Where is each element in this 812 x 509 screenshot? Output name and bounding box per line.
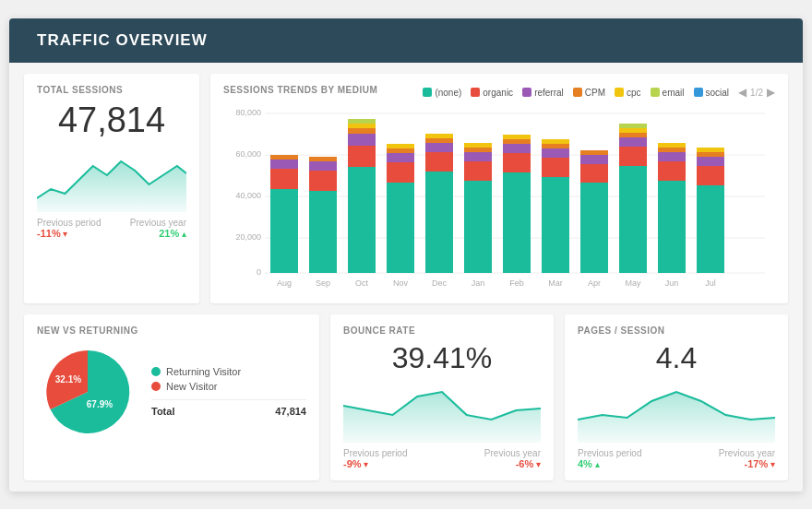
svg-rect-75 <box>697 185 724 273</box>
svg-rect-24 <box>348 124 376 128</box>
svg-rect-72 <box>658 148 686 152</box>
pages-prev-row: Previous period 4% ▴ Previous year -17% … <box>578 448 775 469</box>
svg-rect-42 <box>464 148 492 152</box>
svg-rect-70 <box>658 161 686 181</box>
legend-none-label: (none) <box>435 88 461 98</box>
svg-rect-63 <box>619 147 647 166</box>
prev-period-row: Previous period -11% ▾ Previous year 21%… <box>37 218 186 239</box>
svg-rect-18 <box>309 157 337 161</box>
svg-rect-53 <box>542 148 569 158</box>
prev-page-btn[interactable]: ◀ <box>738 86 746 99</box>
bounce-prev-period-change: -9% <box>343 458 362 469</box>
svg-rect-41 <box>464 152 492 161</box>
nvr-content: 67.9% 32.1% Returning Visitor New Visito… <box>37 341 306 443</box>
legend-cpc: cpc <box>615 88 641 98</box>
pages-prev-period-label: Previous period <box>578 448 641 458</box>
svg-rect-15 <box>309 191 337 273</box>
svg-rect-45 <box>503 172 531 273</box>
nvr-total-value: 47,814 <box>275 406 306 417</box>
svg-rect-16 <box>309 171 337 191</box>
stacked-bar-chart: 80,000 60,000 40,000 20,000 0 <box>223 104 775 289</box>
legend-cpc-dot <box>615 88 624 97</box>
legend-cpm-label: CPM <box>585 88 605 98</box>
pages-prev-period-change: 4% <box>578 458 592 469</box>
total-sessions-panel: TOTAL SESSIONS 47,814 <box>24 74 199 303</box>
svg-rect-23 <box>348 128 376 134</box>
svg-rect-31 <box>387 144 414 148</box>
bounce-rate-chart <box>343 383 541 443</box>
svg-rect-58 <box>580 164 608 183</box>
bounce-rate-value: 39.41% <box>343 341 541 375</box>
sessions-trends-title: SESSIONS TRENDS BY MEDIUM <box>223 85 377 95</box>
prev-period-arrow: ▾ <box>63 229 67 239</box>
pages-prev-year-arrow: ▾ <box>770 459 775 469</box>
legend-none-dot <box>423 88 432 97</box>
legend-referral-dot <box>522 88 531 97</box>
legend-referral-label: referral <box>534 88 564 98</box>
svg-rect-59 <box>580 155 608 164</box>
svg-text:Oct: Oct <box>355 278 369 288</box>
pages-session-title: PAGES / SESSION <box>578 326 775 336</box>
trend-header: SESSIONS TRENDS BY MEDIUM (none) organic <box>223 85 775 101</box>
svg-text:Dec: Dec <box>432 278 448 288</box>
sessions-trends-panel: SESSIONS TRENDS BY MEDIUM (none) organic <box>210 74 788 303</box>
svg-rect-67 <box>619 124 647 128</box>
svg-text:Apr: Apr <box>588 278 601 288</box>
legend-email-dot <box>651 88 660 97</box>
pages-prev-year-label: Previous year <box>719 448 775 458</box>
svg-text:67.9%: 67.9% <box>87 399 113 409</box>
next-page-btn[interactable]: ▶ <box>767 86 775 99</box>
svg-text:60,000: 60,000 <box>235 149 261 159</box>
svg-rect-35 <box>425 143 453 152</box>
svg-text:40,000: 40,000 <box>235 191 261 200</box>
svg-text:32.1%: 32.1% <box>55 374 81 385</box>
svg-rect-78 <box>697 152 724 157</box>
legend-referral: referral <box>522 88 564 98</box>
svg-rect-13 <box>270 155 298 160</box>
bounce-prev-period: Previous period -9% ▾ <box>343 448 407 469</box>
legend-organic: organic <box>471 88 513 98</box>
svg-rect-57 <box>580 183 608 273</box>
svg-text:Jun: Jun <box>665 278 679 288</box>
bounce-prev-period-label: Previous period <box>343 448 407 458</box>
prev-period-change: -11% <box>37 228 61 239</box>
bounce-prev-year: Previous year -6% ▾ <box>484 448 541 469</box>
legend-social-label: social <box>706 88 730 98</box>
pages-prev-period-arrow: ▴ <box>595 459 600 469</box>
prev-period-col: Previous period -11% ▾ <box>37 218 101 239</box>
svg-rect-39 <box>464 181 492 273</box>
svg-rect-48 <box>503 139 531 144</box>
svg-rect-79 <box>697 148 724 152</box>
legend-email-label: email <box>663 88 685 98</box>
svg-text:Jan: Jan <box>472 278 485 288</box>
pages-prev-year: Previous year -17% ▾ <box>719 448 775 469</box>
svg-text:Jul: Jul <box>705 278 716 288</box>
bounce-prev-year-change: -6% <box>516 458 534 469</box>
svg-rect-73 <box>658 143 686 148</box>
svg-rect-11 <box>270 169 298 189</box>
legend-social: social <box>694 88 730 98</box>
svg-text:Feb: Feb <box>509 278 524 288</box>
svg-rect-71 <box>658 152 686 161</box>
prev-period-label: Previous period <box>37 218 101 228</box>
nvr-total-label: Total <box>151 406 174 417</box>
bounce-prev-row: Previous period -9% ▾ Previous year -6% … <box>343 448 541 469</box>
svg-rect-65 <box>619 133 647 137</box>
nvr-legend: Returning Visitor New Visitor Total 47,8… <box>151 366 306 417</box>
nvr-new-dot <box>151 382 161 391</box>
svg-text:Nov: Nov <box>393 278 409 288</box>
svg-rect-60 <box>580 150 608 155</box>
nvr-returning-dot <box>151 367 161 376</box>
nvr-title: NEW VS RETURNING <box>37 326 306 336</box>
svg-text:Sep: Sep <box>316 278 330 288</box>
page-nav: ◀ 1/2 ▶ <box>738 86 775 99</box>
svg-rect-54 <box>542 144 569 148</box>
svg-rect-64 <box>619 137 647 147</box>
svg-rect-43 <box>464 143 492 148</box>
nvr-new-label: New Visitor <box>166 381 217 392</box>
svg-rect-30 <box>387 148 414 153</box>
nvr-total-row: Total 47,814 <box>151 399 306 417</box>
nvr-returning-label: Returning Visitor <box>166 366 241 377</box>
svg-rect-29 <box>387 153 414 162</box>
svg-rect-55 <box>542 139 569 144</box>
